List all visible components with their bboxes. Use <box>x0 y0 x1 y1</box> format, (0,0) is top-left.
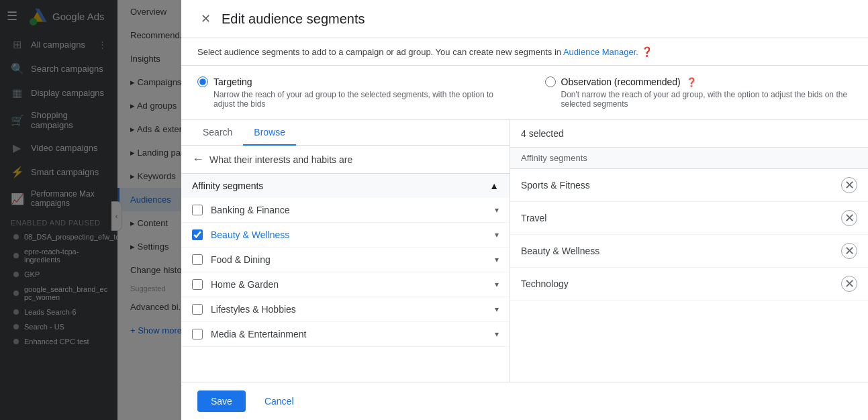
tab-search[interactable]: Search <box>192 120 243 146</box>
segment-item-food[interactable]: Food & Dining ▾ <box>181 248 510 272</box>
segment-item-lifestyles[interactable]: Lifestyles & Hobbies ▾ <box>181 297 510 322</box>
segment-name-food: Food & Dining <box>211 254 487 265</box>
modal-content: Search Browse ← What their interests and… <box>181 120 868 382</box>
selected-item-beauty: Beauty & Wellness ✕ <box>510 235 868 268</box>
help-icon[interactable]: ❓ <box>641 46 653 57</box>
tab-browse[interactable]: Browse <box>243 120 296 146</box>
observation-label: Observation (recommended) <box>561 76 681 87</box>
segment-name-home: Home & Garden <box>211 279 487 290</box>
modal-header: ✕ Edit audience segments <box>181 0 868 38</box>
segment-name-beauty: Beauty & Wellness <box>211 229 487 240</box>
selected-items-list: Sports & Fitness ✕ Travel ✕ Beauty & Wel… <box>510 169 868 382</box>
segment-checkbox-lifestyles[interactable] <box>192 304 203 315</box>
selected-item-name-sports: Sports & Fitness <box>521 180 590 191</box>
audience-manager-link[interactable]: Audience Manager. <box>563 47 638 57</box>
segment-checkbox-home[interactable] <box>192 279 203 290</box>
affinity-segments-label: Affinity segments <box>521 153 587 163</box>
expand-icon[interactable]: ▾ <box>495 280 499 289</box>
segment-checkbox-beauty[interactable] <box>192 229 203 240</box>
observation-description: Don't narrow the reach of your ad group,… <box>545 90 853 109</box>
expand-icon[interactable]: ▾ <box>495 255 499 264</box>
segment-group-label: Affinity segments <box>192 180 263 191</box>
observation-option: Observation (recommended) ❓ Don't narrow… <box>545 76 853 109</box>
segment-item-media[interactable]: Media & Entertainment ▾ <box>181 322 510 347</box>
close-button[interactable]: ✕ <box>197 11 213 27</box>
segment-checkbox-banking[interactable] <box>192 205 203 215</box>
observation-radio[interactable] <box>545 76 556 87</box>
remove-beauty-button[interactable]: ✕ <box>841 243 857 259</box>
remove-tech-button[interactable]: ✕ <box>841 276 857 292</box>
targeting-label: Targeting <box>213 76 252 87</box>
tab-browse-label: Browse <box>254 127 285 138</box>
modal-edit-audience: ✕ Edit audience segments Select audience… <box>181 0 868 420</box>
segment-name-media: Media & Entertainment <box>211 329 487 339</box>
segment-item-banking[interactable]: Banking & Finance ▾ <box>181 198 510 223</box>
segment-item-home[interactable]: Home & Garden ▾ <box>181 272 510 297</box>
observation-option-header: Observation (recommended) ❓ <box>545 76 853 87</box>
selected-item-name-beauty: Beauty & Wellness <box>521 246 599 256</box>
targeting-option: Targeting Narrow the reach of your ad gr… <box>197 76 505 109</box>
selected-item-travel: Travel ✕ <box>510 202 868 235</box>
modal-title: Edit audience segments <box>222 11 365 27</box>
back-title: What their interests and habits are <box>209 154 352 165</box>
modal-description: Select audience segments to add to a cam… <box>181 38 868 66</box>
expand-icon[interactable]: ▾ <box>495 205 499 215</box>
cancel-button[interactable]: Cancel <box>254 390 305 412</box>
modal-options: Targeting Narrow the reach of your ad gr… <box>181 66 868 120</box>
segment-group-header[interactable]: Affinity segments ▲ <box>181 174 510 198</box>
targeting-description: Narrow the reach of your ad group to the… <box>197 90 505 109</box>
right-panel-header: 4 selected <box>510 120 868 148</box>
selected-count: 4 selected <box>521 128 564 139</box>
segment-checkbox-food[interactable] <box>192 254 203 265</box>
modal-footer: Save Cancel <box>181 382 868 420</box>
remove-travel-button[interactable]: ✕ <box>841 210 857 226</box>
selected-item-sports: Sports & Fitness ✕ <box>510 169 868 202</box>
observation-help-icon[interactable]: ❓ <box>686 77 697 87</box>
segment-checkbox-media[interactable] <box>192 329 203 339</box>
tab-search-label: Search <box>203 127 232 138</box>
expand-icon[interactable]: ▾ <box>495 305 499 314</box>
right-panel: 4 selected Affinity segments Sports & Fi… <box>510 120 868 382</box>
expand-icon[interactable]: ▾ <box>495 230 499 240</box>
save-button[interactable]: Save <box>197 390 246 412</box>
right-panel-subheader: Affinity segments <box>510 148 868 169</box>
selected-item-name-travel: Travel <box>521 213 546 223</box>
segment-name-banking: Banking & Finance <box>211 205 487 215</box>
remove-sports-button[interactable]: ✕ <box>841 177 857 193</box>
segment-name-lifestyles: Lifestyles & Hobbies <box>211 304 487 315</box>
back-header: ← What their interests and habits are <box>181 146 510 174</box>
selected-item-name-tech: Technology <box>521 278 569 289</box>
segment-item-beauty[interactable]: Beauty & Wellness ▾ <box>181 223 510 248</box>
targeting-radio[interactable] <box>197 76 208 87</box>
selected-item-tech: Technology ✕ <box>510 268 868 301</box>
tabs-container: Search Browse <box>181 120 510 146</box>
targeting-option-header: Targeting <box>197 76 505 87</box>
left-panel: Search Browse ← What their interests and… <box>181 120 510 382</box>
segment-list: Affinity segments ▲ Banking & Finance ▾ … <box>181 174 510 382</box>
description-text: Select audience segments to add to a cam… <box>197 47 561 57</box>
collapse-icon: ▲ <box>489 180 499 191</box>
expand-icon[interactable]: ▾ <box>495 329 499 339</box>
back-button[interactable]: ← <box>192 152 204 166</box>
